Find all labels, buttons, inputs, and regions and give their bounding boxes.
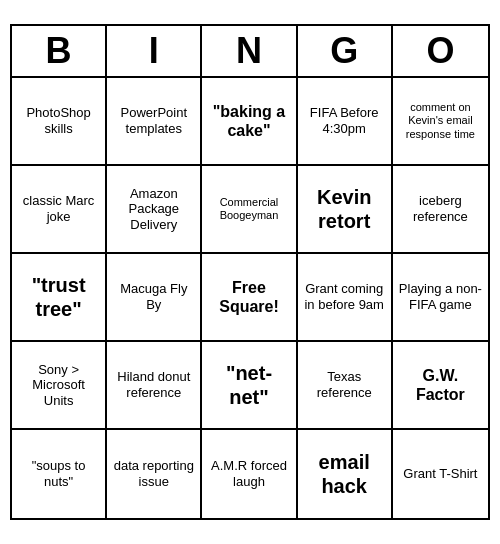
bingo-cell-9: iceberg reference [393, 166, 488, 254]
bingo-cell-18: Texas reference [298, 342, 393, 430]
bingo-cell-23: email hack [298, 430, 393, 518]
bingo-cell-17: "net-net" [202, 342, 297, 430]
bingo-cell-4: comment on Kevin's email response time [393, 78, 488, 166]
bingo-letter-o: O [393, 26, 488, 76]
bingo-cell-12: Free Square! [202, 254, 297, 342]
bingo-letter-g: G [298, 26, 393, 76]
bingo-cell-3: FIFA Before 4:30pm [298, 78, 393, 166]
bingo-cell-13: Grant coming in before 9am [298, 254, 393, 342]
bingo-letter-i: I [107, 26, 202, 76]
bingo-cell-14: Playing a non-FIFA game [393, 254, 488, 342]
bingo-cell-15: Sony > Microsoft Units [12, 342, 107, 430]
bingo-cell-8: Kevin retort [298, 166, 393, 254]
bingo-cell-20: "soups to nuts" [12, 430, 107, 518]
bingo-letter-b: B [12, 26, 107, 76]
bingo-cell-10: "trust tree" [12, 254, 107, 342]
bingo-cell-1: PowerPoint templates [107, 78, 202, 166]
bingo-cell-5: classic Marc joke [12, 166, 107, 254]
bingo-cell-19: G.W. Factor [393, 342, 488, 430]
bingo-grid: PhotoShop skillsPowerPoint templates"bak… [12, 78, 488, 518]
bingo-cell-0: PhotoShop skills [12, 78, 107, 166]
bingo-cell-24: Grant T-Shirt [393, 430, 488, 518]
bingo-cell-6: Amazon Package Delivery [107, 166, 202, 254]
bingo-cell-16: Hiland donut reference [107, 342, 202, 430]
bingo-card: BINGO PhotoShop skillsPowerPoint templat… [10, 24, 490, 520]
bingo-letter-n: N [202, 26, 297, 76]
bingo-cell-2: "baking a cake" [202, 78, 297, 166]
bingo-cell-7: Commercial Boogeyman [202, 166, 297, 254]
bingo-cell-21: data reporting issue [107, 430, 202, 518]
bingo-cell-22: A.M.R forced laugh [202, 430, 297, 518]
bingo-header: BINGO [12, 26, 488, 78]
bingo-cell-11: Macuga Fly By [107, 254, 202, 342]
